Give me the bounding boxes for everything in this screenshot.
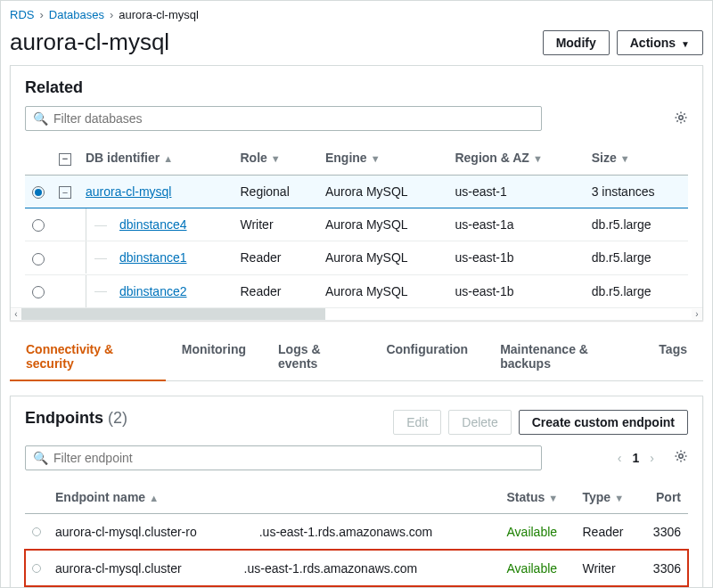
cell-role: Reader bbox=[234, 241, 318, 274]
endpoint-pager: ‹ 1 › bbox=[616, 449, 688, 466]
tab-connectivity-security[interactable]: Connectivity & security bbox=[10, 333, 166, 381]
page-title: aurora-cl-mysql bbox=[10, 29, 169, 56]
cell-region: us-east-1 bbox=[447, 175, 584, 208]
table-row[interactable]: − aurora-cl-mysql Regional Aurora MySQL … bbox=[25, 175, 688, 208]
sort-asc-icon: ▲ bbox=[163, 153, 173, 164]
page-next-icon[interactable]: › bbox=[648, 451, 656, 465]
cell-status: Available bbox=[500, 513, 576, 550]
row-radio[interactable] bbox=[32, 253, 45, 265]
cell-region: us-east-1a bbox=[447, 208, 584, 241]
filter-databases-box[interactable]: 🔍 bbox=[25, 106, 542, 131]
row-radio[interactable] bbox=[32, 527, 41, 536]
cell-endpoint-name: aurora-cl-mysql.cluster-ro.us-east-1.rds… bbox=[48, 513, 500, 550]
sort-icon: ▼ bbox=[371, 153, 381, 164]
sort-icon: ▼ bbox=[271, 153, 281, 164]
tab-maintenance-backups[interactable]: Maintenance & backups bbox=[484, 333, 643, 380]
table-row[interactable]: aurora-cl-mysql.cluster-ro.us-east-1.rds… bbox=[25, 513, 688, 550]
cell-size: db.r5.large bbox=[585, 208, 688, 241]
filter-endpoint-box[interactable]: 🔍 bbox=[25, 445, 542, 470]
tab-monitoring[interactable]: Monitoring bbox=[166, 333, 262, 380]
search-icon: 🔍 bbox=[33, 451, 48, 465]
related-heading: Related bbox=[25, 78, 688, 97]
cell-port: 3306 bbox=[640, 550, 688, 586]
cell-engine: Aurora MySQL bbox=[318, 274, 447, 307]
col-engine[interactable]: Engine▼ bbox=[318, 142, 447, 175]
filter-databases-input[interactable] bbox=[53, 111, 534, 126]
tab-configuration[interactable]: Configuration bbox=[370, 333, 484, 380]
col-db-identifier[interactable]: DB identifier▲ bbox=[78, 142, 234, 175]
row-radio[interactable] bbox=[32, 286, 45, 298]
table-row[interactable]: dbinstance4 Writer Aurora MySQL us-east-… bbox=[25, 208, 688, 241]
related-panel: Related 🔍 − DB identifier▲ Role▼ Engine▼… bbox=[10, 65, 703, 321]
cell-engine: Aurora MySQL bbox=[318, 208, 447, 241]
cell-status: Available bbox=[500, 550, 576, 586]
col-region[interactable]: Region & AZ▼ bbox=[447, 142, 584, 175]
breadcrumb: RDS › Databases › aurora-cl-mysql bbox=[10, 6, 703, 27]
sort-asc-icon: ▲ bbox=[149, 493, 159, 503]
detail-tabs: Connectivity & securityMonitoringLogs & … bbox=[10, 333, 703, 381]
search-icon: 🔍 bbox=[33, 111, 48, 126]
row-radio[interactable] bbox=[32, 219, 45, 232]
db-link[interactable]: aurora-cl-mysql bbox=[86, 184, 171, 199]
endpoints-panel: Endpoints (2) Edit Delete Create custom … bbox=[10, 396, 703, 588]
row-radio[interactable] bbox=[32, 186, 45, 199]
col-role[interactable]: Role▼ bbox=[234, 142, 318, 175]
cell-size: db.r5.large bbox=[585, 241, 688, 274]
sort-icon: ▼ bbox=[620, 153, 630, 164]
filter-endpoint-input[interactable] bbox=[53, 451, 534, 465]
create-endpoint-button[interactable]: Create custom endpoint bbox=[519, 410, 688, 435]
row-radio[interactable] bbox=[32, 564, 41, 573]
breadcrumb-databases[interactable]: Databases bbox=[49, 8, 104, 21]
db-link[interactable]: dbinstance1 bbox=[119, 250, 187, 265]
svg-point-0 bbox=[679, 115, 683, 118]
settings-icon[interactable] bbox=[674, 110, 688, 127]
db-link[interactable]: dbinstance4 bbox=[119, 217, 187, 232]
cell-region: us-east-1b bbox=[447, 241, 584, 274]
table-row[interactable]: aurora-cl-mysql.cluster.us-east-1.rds.am… bbox=[25, 550, 688, 586]
chevron-right-icon: › bbox=[110, 8, 113, 21]
cell-region: us-east-1b bbox=[447, 274, 584, 307]
chevron-right-icon: › bbox=[39, 8, 43, 21]
col-endpoint-name[interactable]: Endpoint name▲ bbox=[48, 481, 500, 514]
modify-button[interactable]: Modify bbox=[543, 30, 610, 55]
page-prev-icon[interactable]: ‹ bbox=[616, 451, 624, 465]
col-size[interactable]: Size▼ bbox=[585, 142, 688, 175]
cell-type: Reader bbox=[575, 513, 639, 550]
col-status[interactable]: Status▼ bbox=[500, 481, 576, 514]
endpoints-heading: Endpoints (2) bbox=[25, 409, 127, 428]
cell-size: db.r5.large bbox=[585, 274, 688, 307]
caret-down-icon: ▼ bbox=[681, 39, 690, 49]
endpoints-table: Endpoint name▲ Status▼ Type▼ Port aurora… bbox=[25, 481, 688, 586]
cell-port: 3306 bbox=[640, 513, 688, 550]
collapse-all-icon[interactable]: − bbox=[59, 153, 71, 166]
cell-type: Writer bbox=[575, 550, 639, 586]
sort-icon: ▼ bbox=[614, 493, 624, 503]
related-table: − DB identifier▲ Role▼ Engine▼ Region & … bbox=[25, 142, 688, 307]
table-row[interactable]: dbinstance2 Reader Aurora MySQL us-east-… bbox=[25, 274, 688, 307]
cell-endpoint-name: aurora-cl-mysql.cluster.us-east-1.rds.am… bbox=[48, 550, 500, 586]
cell-engine: Aurora MySQL bbox=[318, 241, 447, 274]
edit-button: Edit bbox=[393, 410, 441, 435]
cell-engine: Aurora MySQL bbox=[318, 175, 447, 208]
cell-role: Reader bbox=[234, 274, 318, 307]
scroll-right-icon[interactable]: › bbox=[692, 309, 702, 319]
scroll-left-icon[interactable]: ‹ bbox=[11, 309, 21, 319]
breadcrumb-current: aurora-cl-mysql bbox=[119, 8, 199, 21]
page-number: 1 bbox=[633, 451, 640, 465]
actions-button[interactable]: Actions▼ bbox=[617, 30, 703, 55]
delete-button: Delete bbox=[448, 410, 511, 435]
settings-icon[interactable] bbox=[674, 449, 688, 466]
cell-size: 3 instances bbox=[585, 175, 688, 208]
svg-point-1 bbox=[679, 454, 683, 458]
horizontal-scrollbar[interactable]: ‹ › bbox=[11, 307, 702, 320]
breadcrumb-root[interactable]: RDS bbox=[10, 8, 34, 21]
cell-role: Writer bbox=[234, 208, 318, 241]
col-port[interactable]: Port bbox=[640, 481, 688, 514]
tab-tags[interactable]: Tags bbox=[643, 333, 703, 380]
collapse-icon[interactable]: − bbox=[59, 186, 71, 199]
sort-icon: ▼ bbox=[533, 153, 543, 164]
table-row[interactable]: dbinstance1 Reader Aurora MySQL us-east-… bbox=[25, 241, 688, 274]
db-link[interactable]: dbinstance2 bbox=[119, 284, 187, 298]
tab-logs-events[interactable]: Logs & events bbox=[262, 333, 370, 380]
col-type[interactable]: Type▼ bbox=[575, 481, 639, 514]
